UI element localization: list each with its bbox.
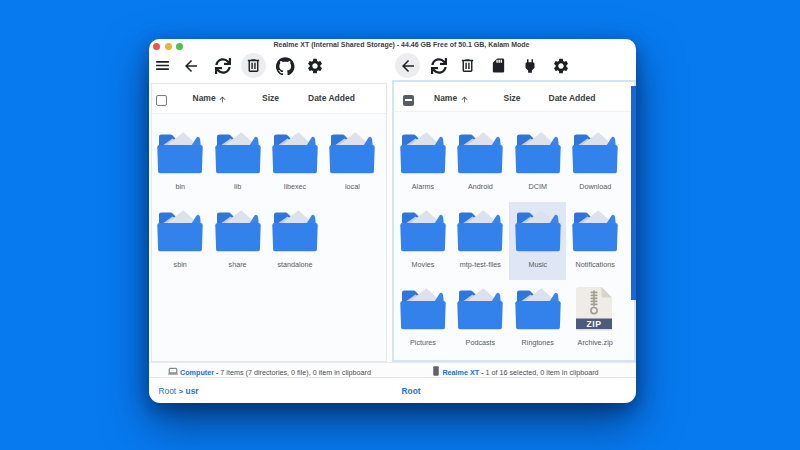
svg-text:ZIP: ZIP [586,319,601,329]
